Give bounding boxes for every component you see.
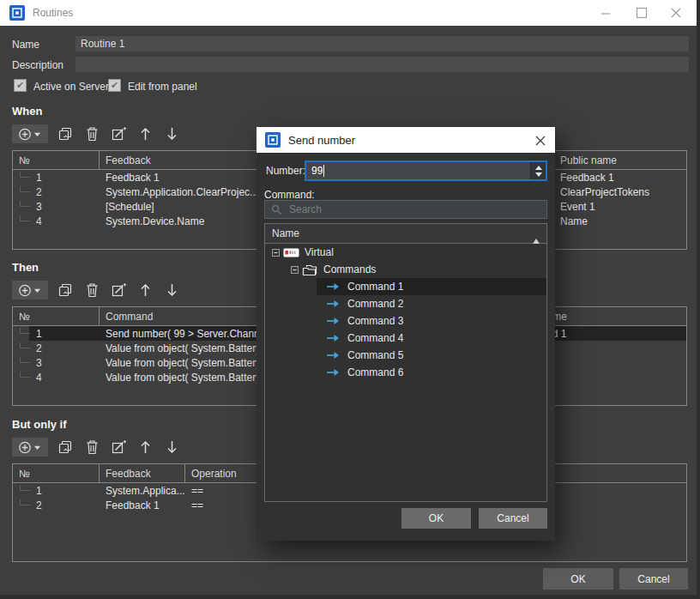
name-label: Name	[12, 39, 39, 51]
cell: System.Applica...	[100, 485, 185, 497]
cell: 4	[13, 215, 100, 227]
collapse-expander-icon[interactable]	[272, 249, 283, 257]
number-input[interactable]: 99	[305, 160, 547, 181]
column-header[interactable]: Public name	[554, 151, 687, 169]
cell: Feedback 1	[100, 499, 185, 511]
move-down-button[interactable]	[162, 281, 181, 300]
add-button[interactable]	[12, 281, 48, 300]
move-up-button[interactable]	[136, 438, 154, 457]
tree-item-label: Command 2	[347, 298, 403, 310]
spinner-down-icon	[535, 172, 542, 177]
app-logo-icon	[9, 5, 25, 21]
active-on-server-checkbox[interactable]	[14, 79, 27, 92]
edit-button[interactable]	[109, 281, 128, 300]
name-input[interactable]	[75, 36, 689, 51]
command-icon	[326, 351, 343, 360]
column-header[interactable]: №	[13, 307, 100, 325]
cell: 1	[13, 172, 100, 184]
cell: 2	[13, 342, 100, 354]
duplicate-button[interactable]	[56, 438, 75, 457]
move-down-button[interactable]	[162, 124, 181, 143]
delete-button[interactable]	[82, 124, 101, 143]
cell: 4	[13, 372, 100, 384]
column-header[interactable]: Feedback	[100, 464, 185, 482]
edit-from-panel-checkbox[interactable]	[108, 79, 121, 92]
delete-button[interactable]	[82, 438, 101, 457]
duplicate-button[interactable]	[56, 124, 75, 143]
move-up-button[interactable]	[136, 124, 154, 143]
section-title-when: When	[12, 105, 42, 118]
number-label: Number:	[266, 165, 305, 177]
tree-header-label: Name	[265, 227, 299, 239]
window-title: Routines	[33, 7, 73, 19]
description-label: Description	[12, 59, 63, 71]
tree-item-label: Command 3	[347, 315, 403, 327]
add-button[interactable]	[12, 438, 48, 457]
cell: 3	[13, 357, 100, 369]
command-icon	[326, 300, 343, 308]
search-box[interactable]	[264, 200, 547, 219]
tree-item-command-1[interactable]: Command 1	[265, 278, 546, 295]
tree-item-commands[interactable]: Commands	[265, 261, 546, 278]
command-icon	[326, 282, 343, 291]
tree-body: VirtualCommandsCommand 1Command 2Command…	[265, 244, 546, 381]
tree-item-label: Commands	[323, 263, 376, 275]
column-header[interactable]: №	[13, 151, 100, 169]
collapse-expander-icon[interactable]	[291, 266, 302, 274]
window-border-bottom	[0, 595, 700, 599]
tree-item-virtual[interactable]: Virtual	[265, 244, 546, 261]
folder-icon	[302, 263, 319, 276]
but-only-if-toolbar	[12, 437, 181, 457]
tree-item-command-5[interactable]: Command 5	[265, 347, 546, 364]
active-on-server-label: Active on Server	[33, 81, 109, 93]
close-icon[interactable]	[666, 3, 686, 22]
tree-item-command-6[interactable]: Command 6	[265, 364, 546, 381]
tree-column-header[interactable]: Name	[265, 224, 546, 244]
dialog-close-icon[interactable]	[531, 131, 549, 149]
app-logo-icon	[265, 132, 281, 148]
cell: 2	[13, 499, 100, 511]
routines-window: Routines Name Description Active on Serv…	[0, 0, 700, 599]
command-label: Command:	[264, 189, 315, 201]
tree-item-command-4[interactable]: Command 4	[265, 330, 546, 347]
cancel-button[interactable]: Cancel	[619, 568, 688, 590]
tree-item-label: Command 1	[347, 281, 403, 293]
command-icon	[326, 334, 343, 342]
tree-item-label: Command 4	[347, 332, 403, 344]
edit-button[interactable]	[109, 438, 128, 457]
column-header[interactable]: №	[13, 464, 100, 482]
move-up-button[interactable]	[136, 281, 154, 300]
number-spinner[interactable]	[530, 162, 546, 179]
window-border-right	[697, 0, 700, 599]
ok-button[interactable]: OK	[543, 568, 613, 590]
cell: 2	[13, 186, 100, 198]
tree-item-command-3[interactable]: Command 3	[265, 312, 546, 330]
section-title-then: Then	[12, 261, 39, 274]
maximize-icon[interactable]	[631, 3, 652, 22]
tree-item-label: Virtual	[305, 246, 334, 258]
dialog-cancel-button[interactable]: Cancel	[479, 508, 547, 529]
delete-button[interactable]	[82, 281, 101, 300]
description-input[interactable]	[75, 57, 689, 72]
cell: Feedback 1	[554, 172, 687, 184]
when-toolbar	[12, 124, 181, 144]
search-input[interactable]	[289, 203, 546, 215]
send-number-dialog: Send number Number: 99 Command: Name	[256, 127, 555, 541]
command-icon	[326, 368, 343, 377]
window-titlebar: Routines	[0, 0, 700, 26]
section-title-but-only-if: But only if	[12, 418, 67, 431]
add-button[interactable]	[12, 124, 48, 143]
dialog-ok-button[interactable]: OK	[401, 508, 471, 529]
text-cursor	[323, 165, 324, 177]
command-icon	[326, 317, 343, 325]
duplicate-button[interactable]	[56, 281, 75, 300]
minimize-icon[interactable]	[595, 3, 616, 22]
tree-item-command-2[interactable]: Command 2	[265, 295, 546, 312]
edit-from-panel-label: Edit from panel	[128, 81, 197, 93]
dialog-title: Send number	[288, 134, 355, 147]
edit-button[interactable]	[109, 124, 128, 143]
move-down-button[interactable]	[162, 438, 181, 457]
spinner-up-icon	[535, 166, 542, 170]
tree-item-label: Command 5	[347, 349, 403, 361]
dialog-titlebar: Send number	[256, 127, 555, 153]
